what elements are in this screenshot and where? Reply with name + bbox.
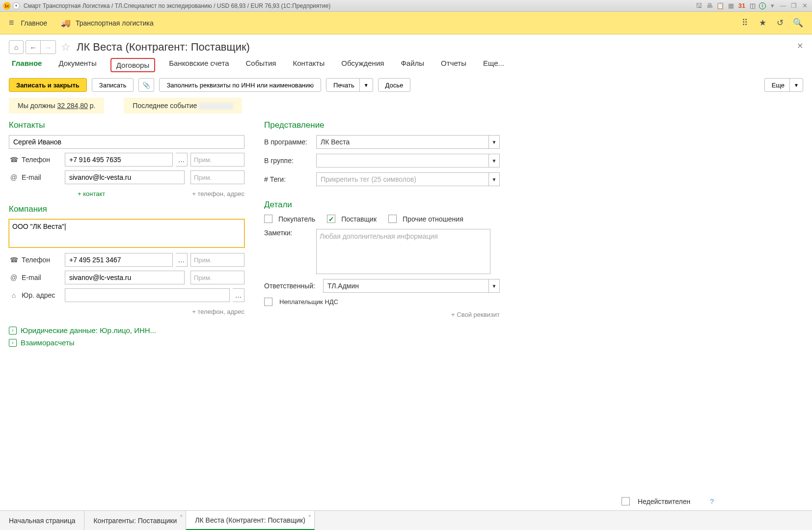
tab-main[interactable]: Главное [9, 58, 45, 72]
responsible-select[interactable]: ТЛ.Админ ▼ [323, 279, 500, 293]
own-requisite-link[interactable]: + Свой реквизит [264, 311, 500, 318]
contact-email-input[interactable] [65, 170, 185, 184]
btab-suppliers[interactable]: Контрагенты: Поставщики× [84, 511, 186, 530]
group-label: В группе: [264, 157, 312, 165]
btab-current[interactable]: ЛК Веста (Контрагент: Поставщик)× [186, 511, 315, 530]
vat-label: Неплательщик НДС [279, 298, 338, 306]
company-email-note[interactable] [190, 271, 244, 284]
panels-icon[interactable]: ◫ [748, 1, 757, 10]
company-phone-note[interactable] [190, 253, 244, 267]
print-button[interactable]: Печать▼ [326, 78, 373, 92]
mutual-settlements-expander[interactable]: › Взаиморасчеты [9, 338, 244, 347]
debt-info: Мы должны 32 284,80 р. [9, 98, 104, 113]
window-titlebar: 1c ▾ Смарт Транспортная Логистика / ТЛ.С… [0, 0, 812, 12]
contact-name-input[interactable] [9, 135, 244, 149]
calc-icon[interactable]: ▦ [727, 1, 735, 10]
forward-button[interactable]: → [41, 41, 55, 54]
close-page-icon[interactable]: ✕ [797, 41, 803, 51]
close-window-icon[interactable]: ✕ [800, 1, 809, 10]
notes-textarea[interactable] [316, 229, 490, 274]
print-icon[interactable]: 🖶 [705, 1, 714, 10]
dossier-button[interactable]: Досье [378, 78, 411, 92]
prog-label: В программе: [264, 138, 312, 146]
info-icon[interactable]: i [759, 2, 766, 9]
contact-phone-note[interactable] [190, 153, 244, 167]
company-email-input[interactable] [65, 271, 185, 284]
search-icon[interactable]: 🔍 [792, 18, 803, 28]
group-select[interactable]: ▼ [316, 154, 500, 167]
company-address-input[interactable] [65, 288, 230, 302]
apps-grid-icon[interactable]: ⠿ [739, 18, 750, 28]
help-link[interactable]: ? [710, 498, 714, 505]
inactive-checkbox[interactable] [622, 497, 630, 505]
chevron-down-icon[interactable]: ▼ [488, 279, 499, 292]
back-button[interactable]: ← [26, 41, 41, 54]
home-button[interactable]: ⌂ [9, 40, 24, 54]
page-title: ЛК Веста (Контрагент: Поставщик) [77, 41, 250, 54]
chevron-down-icon[interactable]: ▼ [488, 154, 499, 167]
debt-amount[interactable]: 32 284,80 [57, 102, 87, 110]
nav-logistics[interactable]: Транспортная логистика [76, 19, 154, 27]
tab-discussions[interactable]: Обсуждения [338, 58, 387, 72]
info-dropdown-icon[interactable]: ▾ [768, 1, 777, 10]
add-contact-phone-link[interactable]: + телефон, адрес [192, 190, 244, 197]
nav-home[interactable]: Главное [21, 19, 48, 27]
content-area: ✕ ⌂ ← → ☆ ЛК Веста (Контрагент: Поставщи… [0, 34, 812, 510]
more-actions-button[interactable]: Еще▼ [764, 78, 803, 92]
save-icon[interactable]: 🖫 [694, 1, 703, 10]
more-dropdown-icon[interactable]: ▼ [789, 79, 803, 91]
save-close-button[interactable]: Записать и закрыть [9, 78, 87, 92]
vat-checkbox[interactable] [264, 298, 272, 306]
contact-phone-picker[interactable]: … [176, 153, 188, 167]
tab-more[interactable]: Еще... [480, 58, 507, 72]
history-icon[interactable]: ↺ [775, 18, 785, 28]
company-address-label: Юр. адрес [22, 291, 62, 299]
fill-inn-button[interactable]: Заполнить реквизиты по ИНН или наименова… [159, 78, 321, 92]
tab-documents[interactable]: Документы [55, 58, 99, 72]
add-contact-link[interactable]: + контакт [78, 190, 105, 197]
minimize-icon[interactable]: — [779, 1, 787, 10]
tab-reports[interactable]: Отчеты [438, 58, 469, 72]
contact-email-note[interactable] [190, 170, 244, 184]
company-phone-input[interactable] [65, 253, 173, 267]
tab-bank-accounts[interactable]: Банковские счета [166, 58, 232, 72]
company-address-picker[interactable]: … [233, 288, 244, 302]
bookmark-star-icon[interactable]: ☆ [61, 41, 71, 54]
left-column: Контакты ☎ Телефон … @ E-mail + контакт … [9, 120, 244, 347]
chevron-down-icon[interactable]: ▼ [488, 136, 499, 148]
buyer-checkbox[interactable] [264, 215, 272, 223]
prog-select[interactable]: ЛК Веста ▼ [316, 135, 500, 149]
tab-files[interactable]: Файлы [398, 58, 427, 72]
btab-start[interactable]: Начальная страница [0, 511, 84, 530]
chevron-right-icon: › [9, 339, 17, 347]
print-dropdown-icon[interactable]: ▼ [359, 79, 373, 91]
last-event-blurred [199, 103, 233, 110]
notes-label: Заметки: [264, 229, 312, 237]
tab-events[interactable]: События [243, 58, 279, 72]
company-name-input[interactable] [9, 219, 244, 248]
calendar-icon[interactable]: 31 [737, 1, 746, 10]
tab-contracts[interactable]: Договоры [110, 58, 155, 72]
tab-contacts[interactable]: Контакты [290, 58, 327, 72]
close-tab-icon[interactable]: × [180, 513, 183, 519]
maximize-icon[interactable]: ❐ [789, 1, 798, 10]
info-strip: Мы должны 32 284,80 р. Последнее событие [9, 98, 803, 113]
attach-button[interactable]: 📎 [138, 78, 154, 92]
tags-select[interactable]: Прикрепить тег (25 символов) ▼ [316, 172, 500, 186]
supplier-checkbox[interactable]: ✓ [327, 215, 335, 223]
legal-data-expander[interactable]: › Юридические данные: Юр.лицо, ИНН... [9, 326, 244, 335]
copy-icon[interactable]: 📋 [716, 1, 725, 10]
save-button[interactable]: Записать [92, 78, 134, 92]
chevron-right-icon: › [9, 327, 17, 335]
responsible-label: Ответственный: [264, 282, 319, 290]
company-phone-picker[interactable]: … [176, 253, 188, 267]
other-rel-checkbox[interactable] [388, 215, 397, 223]
chevron-down-icon[interactable]: ▼ [488, 173, 499, 186]
close-tab-icon[interactable]: × [308, 513, 311, 519]
contact-phone-input[interactable] [65, 153, 173, 167]
app-menu-dropdown[interactable]: ▾ [13, 2, 20, 9]
favorite-star-icon[interactable]: ★ [757, 18, 768, 28]
phone-label: Телефон [22, 156, 62, 164]
menu-burger-icon[interactable]: ≡ [9, 18, 14, 28]
add-company-phone-link[interactable]: + телефон, адрес [192, 308, 244, 315]
